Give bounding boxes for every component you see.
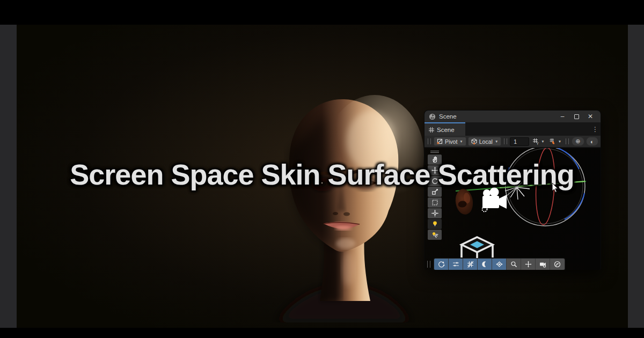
scene-head-object[interactable] [454, 188, 474, 216]
zoom-tool-button[interactable] [507, 259, 521, 270]
letterbox-bottom [0, 328, 644, 338]
window-menu-button[interactable]: ⋮ [590, 122, 601, 136]
unity-logo-icon [429, 113, 436, 120]
half-sphere-button[interactable]: ◐ [586, 137, 598, 146]
tab-strip: Scene ⋮ [425, 122, 601, 136]
rendered-head [261, 92, 427, 322]
lighting-toggle-button[interactable] [478, 259, 492, 270]
orientation-dropdown[interactable]: Local ▼ [468, 137, 502, 146]
grid-axis-dropdown[interactable]: Y ▼ [531, 137, 546, 146]
orientation-label: Local [479, 138, 493, 145]
maximize-button[interactable] [569, 111, 583, 122]
chevron-down-icon: ▼ [459, 139, 463, 143]
chevron-down-icon: ▼ [495, 139, 498, 143]
close-button[interactable]: ✕ [583, 111, 597, 122]
maximize-icon [574, 114, 579, 119]
minimize-button[interactable]: – [555, 111, 569, 122]
cube-icon [471, 138, 477, 144]
svg-text:Y: Y [537, 142, 539, 145]
letterbox-top [0, 0, 644, 25]
render-settings-button[interactable] [449, 259, 463, 270]
mouse-cursor [552, 183, 560, 194]
window-title: Scene [439, 113, 555, 120]
pivot-label: Pivot [445, 138, 457, 145]
transform-tool[interactable] [428, 208, 442, 218]
view-options-toolbar [434, 258, 565, 270]
snap-magnet-icon [550, 138, 557, 145]
snap-increment-input[interactable] [510, 137, 529, 146]
window-titlebar[interactable]: Scene – ✕ [425, 111, 601, 122]
navigation-gizmo-button[interactable] [550, 259, 565, 270]
tools-overlay-grip[interactable] [428, 150, 442, 154]
snap-settings-dropdown[interactable]: ▼ [548, 137, 563, 146]
center-target-button[interactable]: ⊕ [572, 137, 584, 146]
toolbar-grip[interactable] [566, 138, 569, 144]
tab-spacer [465, 122, 590, 136]
light-tool[interactable] [428, 219, 442, 229]
wireframe-toggle-button[interactable] [463, 259, 478, 270]
toolbar-grip[interactable] [504, 138, 507, 144]
camera-gizmo[interactable] [482, 188, 507, 212]
rect-tool[interactable] [428, 197, 442, 208]
view-options-grip[interactable] [427, 261, 430, 268]
scene-visibility-button[interactable] [492, 259, 507, 270]
pivot-icon [437, 138, 443, 144]
toolbar-grip[interactable] [428, 138, 431, 144]
view-options-overlay [426, 258, 565, 270]
chevron-down-icon: ▼ [558, 139, 561, 143]
scene-toolbar: Pivot ▼ Local ▼ Y ▼ [425, 136, 601, 148]
pan-tool-button[interactable] [521, 259, 536, 270]
grid-icon [429, 127, 434, 133]
rotate-view-button[interactable] [434, 259, 449, 270]
grid-y-axis-icon: Y [532, 138, 539, 145]
light-placement-tool[interactable] [428, 230, 442, 240]
tab-scene-label: Scene [437, 127, 455, 133]
camera-preview-button[interactable] [536, 259, 550, 270]
screenshot-stage: Screen Space Skin Surface Scattering Sce… [0, 0, 644, 338]
caption-title: Screen Space Skin Surface Scattering [0, 158, 644, 191]
pivot-dropdown[interactable]: Pivot ▼ [434, 137, 466, 146]
chevron-down-icon: ▼ [541, 139, 544, 143]
tab-scene[interactable]: Scene [425, 122, 465, 136]
